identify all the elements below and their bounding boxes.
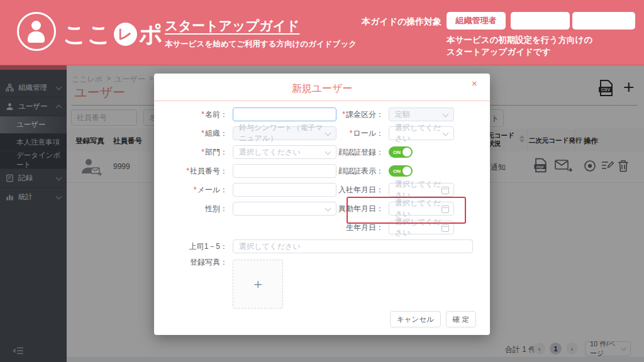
- brand-accent-circle: レ: [114, 23, 137, 46]
- billing-select[interactable]: 定額: [389, 107, 454, 121]
- new-user-modal: 新規ユーザー × *名前： *組織： 鈴与シンワート（電子マニュアル） *部門：…: [154, 74, 490, 335]
- audience-badge-3[interactable]: [572, 12, 635, 30]
- audience-badge-org-admin[interactable]: 組織管理者: [447, 12, 506, 30]
- supervisor-select[interactable]: 選択してください: [233, 239, 473, 253]
- role-select[interactable]: 選択してください: [389, 126, 454, 140]
- email-input[interactable]: [233, 183, 336, 197]
- field-label-birth-date: 生年月日：: [328, 222, 384, 233]
- field-label-face-display: 顔認証表示：: [328, 166, 384, 177]
- chevron-down-icon: [443, 111, 449, 118]
- guide-audience-label: 本ガイドの操作対象: [362, 16, 441, 28]
- calendar-icon: [441, 187, 449, 194]
- brand-mascot-body: [28, 31, 45, 43]
- field-label-organization: *組織：: [157, 128, 228, 139]
- guide-description: 本サービスの初期設定を行う方向けの スタートアップガイドです: [447, 34, 592, 58]
- audience-badge-2[interactable]: [511, 12, 570, 30]
- department-select[interactable]: 選択してください: [233, 145, 336, 159]
- field-label-role: *ロール：: [328, 128, 384, 139]
- hire-date-picker[interactable]: 選択してください: [389, 183, 454, 197]
- field-label-supervisor: 上司1－5：: [157, 241, 228, 252]
- organization-select[interactable]: 鈴与シンワート（電子マニュアル）: [233, 126, 336, 140]
- brand-name: ここレポ: [63, 23, 164, 46]
- guide-subtitle: 本サービスを始めてご利用する方向けのガイドブック: [165, 39, 357, 50]
- plus-icon: ＋: [251, 275, 265, 293]
- confirm-button[interactable]: 確 定: [446, 311, 476, 327]
- field-label-face-register: 顔認証登録：: [328, 147, 384, 158]
- field-label-gender: 性別：: [157, 204, 228, 214]
- field-label-transfer-date: 異動年月日：: [328, 204, 384, 214]
- birth-date-picker[interactable]: 選択してください: [389, 221, 454, 234]
- cancel-button[interactable]: キャンセル: [390, 311, 441, 327]
- transfer-date-picker[interactable]: 選択してください: [389, 202, 454, 216]
- brand-part1: ここ: [63, 23, 112, 46]
- gender-select[interactable]: [233, 202, 336, 216]
- guide-title: スタートアップガイド: [165, 17, 299, 35]
- field-label-employee-no: *社員番号：: [157, 166, 228, 177]
- field-label-photo: 登録写真：: [157, 257, 228, 268]
- field-label-billing: *課金区分：: [328, 109, 384, 120]
- modal-title: 新規ユーザー: [154, 82, 490, 96]
- employee-no-input[interactable]: [233, 164, 336, 178]
- calendar-icon: [441, 224, 449, 232]
- brand-part2: ポ: [139, 23, 164, 46]
- name-input[interactable]: [233, 107, 336, 121]
- face-display-toggle[interactable]: ON: [389, 165, 413, 177]
- field-label-email: *メール：: [157, 185, 228, 195]
- guide-header: ここレポ スタートアップガイド 本サービスを始めてご利用する方向けのガイドブック…: [0, 0, 644, 65]
- photo-upload-box[interactable]: ＋: [233, 260, 283, 309]
- brand-mascot-head: [31, 21, 41, 30]
- field-label-name: *名前：: [157, 109, 228, 120]
- modal-divider: [154, 101, 490, 101]
- field-label-hire-date: 入社年月日：: [328, 185, 384, 195]
- calendar-icon: [441, 206, 449, 213]
- close-icon[interactable]: ×: [472, 79, 477, 88]
- field-label-department: *部門：: [157, 147, 228, 158]
- face-register-toggle[interactable]: ON: [389, 146, 413, 158]
